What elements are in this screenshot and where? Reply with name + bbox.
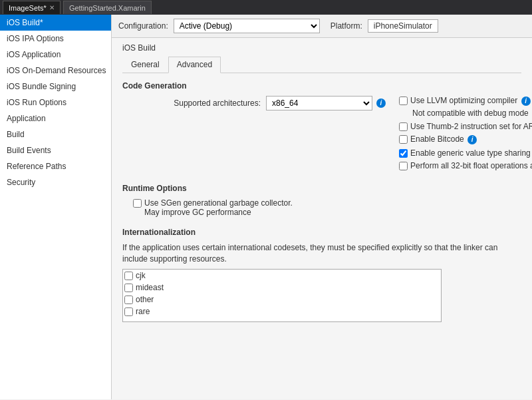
sgen-label-group: Use SGen generational garbage collector.…	[144, 198, 293, 217]
internationalization-section: Internationalization If the application …	[122, 228, 521, 322]
intl-item-cjk: cjk	[124, 271, 440, 280]
intl-description: If the application uses certain internat…	[122, 242, 521, 265]
sidebar: iOS Build* iOS IPA Options iOS Applicati…	[0, 15, 112, 399]
sgen-label: Use SGen generational garbage collector.	[144, 198, 293, 208]
bitcode-row: Enable Bitcode i	[399, 134, 532, 144]
intl-mideast-label: mideast	[136, 283, 164, 292]
tab-gettingstarted[interactable]: GettingStarted.Xamarin	[63, 1, 152, 14]
platform-label: Platform:	[331, 21, 362, 31]
float-label: Perform all 32-bit float operations as 6…	[410, 161, 532, 170]
llvm-note: Not compatible with debug mode	[412, 108, 529, 118]
intl-title: Internationalization	[122, 228, 521, 237]
content-inner: iOS Build General Advanced Code Generati…	[112, 38, 532, 338]
title-bar: ImageSets* ✕ GettingStarted.Xamarin	[0, 0, 532, 15]
arch-select[interactable]: x86_64	[266, 96, 372, 110]
tab-imagesets-label: ImageSets*	[9, 4, 47, 12]
tab-imagesets-close[interactable]: ✕	[49, 4, 55, 11]
generic-value-checkbox[interactable]	[399, 149, 408, 158]
intl-list[interactable]: cjk mideast other rare	[122, 269, 442, 322]
main-layout: iOS Build* iOS IPA Options iOS Applicati…	[0, 15, 532, 399]
sidebar-item-ios-run[interactable]: iOS Run Options	[0, 95, 111, 110]
llvm-info-icon: i	[521, 97, 531, 106]
bitcode-checkbox[interactable]	[399, 135, 408, 144]
config-label: Configuration:	[118, 21, 168, 31]
arch-control: x86_64 i	[266, 96, 386, 110]
intl-cjk-label: cjk	[136, 271, 146, 280]
codegen-right-col: Use LLVM optimizing compiler i Not compa…	[399, 96, 532, 173]
intl-other-label: other	[136, 295, 154, 304]
tab-gettingstarted-label: GettingStarted.Xamarin	[69, 4, 146, 12]
runtime-title: Runtime Options	[122, 184, 521, 193]
content-tab-bar: General Advanced	[122, 57, 521, 73]
config-select[interactable]: Active (Debug)	[174, 19, 320, 33]
llvm-checkbox[interactable]	[399, 97, 408, 105]
platform-value: iPhoneSimulator	[368, 19, 438, 33]
intl-item-mideast: mideast	[124, 283, 440, 292]
sidebar-item-application[interactable]: Application	[0, 110, 111, 126]
config-bar: Configuration: Active (Debug) Platform: …	[112, 15, 532, 38]
intl-other-checkbox[interactable]	[124, 296, 133, 304]
llvm-note-row: Not compatible with debug mode	[399, 108, 532, 118]
sgen-checkbox[interactable]	[133, 199, 142, 208]
intl-rare-checkbox[interactable]	[124, 307, 133, 316]
arch-col: Supported architectures: x86_64 i	[122, 96, 386, 114]
tab-advanced[interactable]: Advanced	[168, 57, 221, 73]
sidebar-item-build[interactable]: Build	[0, 126, 111, 142]
runtime-options-section: Runtime Options Use SGen generational ga…	[122, 184, 521, 217]
arch-row: Supported architectures: x86_64 i	[122, 96, 386, 110]
intl-item-rare: rare	[124, 307, 440, 316]
sidebar-item-ios-ipa[interactable]: iOS IPA Options	[0, 31, 111, 47]
sgen-note: May improve GC performance	[144, 208, 251, 217]
float-checkbox[interactable]	[399, 162, 408, 170]
sidebar-item-ios-build[interactable]: iOS Build*	[0, 15, 111, 31]
generic-value-label: Enable generic value type sharing i	[410, 148, 532, 158]
section-title: iOS Build	[122, 43, 521, 53]
sgen-row: Use SGen generational garbage collector.…	[122, 198, 521, 217]
code-gen-columns: Supported architectures: x86_64 i	[122, 96, 521, 173]
sidebar-item-ios-application[interactable]: iOS Application	[0, 47, 111, 63]
arch-label: Supported architectures:	[133, 99, 266, 108]
intl-cjk-checkbox[interactable]	[124, 272, 133, 280]
thumb-checkbox[interactable]	[399, 122, 408, 131]
intl-list-container: cjk mideast other rare	[122, 269, 442, 322]
intl-rare-label: rare	[136, 307, 150, 316]
intl-item-other: other	[124, 295, 440, 304]
sidebar-item-build-events[interactable]: Build Events	[0, 142, 111, 158]
tab-general[interactable]: General	[122, 57, 168, 73]
tab-imagesets[interactable]: ImageSets* ✕	[3, 1, 61, 14]
sidebar-item-ios-ondemand[interactable]: iOS On-Demand Resources	[0, 63, 111, 79]
content-area: Configuration: Active (Debug) Platform: …	[112, 15, 532, 399]
generic-value-row: Enable generic value type sharing i	[399, 148, 532, 158]
llvm-label: Use LLVM optimizing compiler i	[410, 96, 531, 106]
thumb-label: Use Thumb-2 instruction set for ARMv i	[410, 122, 532, 132]
bitcode-label: Enable Bitcode i	[410, 134, 477, 144]
intl-mideast-checkbox[interactable]	[124, 284, 133, 292]
sidebar-item-ios-bundle[interactable]: iOS Bundle Signing	[0, 79, 111, 95]
llvm-row: Use LLVM optimizing compiler i	[399, 96, 532, 106]
arch-info-icon: i	[376, 99, 386, 108]
code-generation-section: Code Generation Supported architectures:…	[122, 81, 521, 173]
sidebar-item-reference-paths[interactable]: Reference Paths	[0, 158, 111, 174]
float-row: Perform all 32-bit float operations as 6…	[399, 161, 532, 170]
thumb-row: Use Thumb-2 instruction set for ARMv i	[399, 122, 532, 132]
code-generation-title: Code Generation	[122, 81, 521, 91]
bitcode-info-icon: i	[467, 135, 477, 144]
sidebar-item-security[interactable]: Security	[0, 174, 111, 190]
